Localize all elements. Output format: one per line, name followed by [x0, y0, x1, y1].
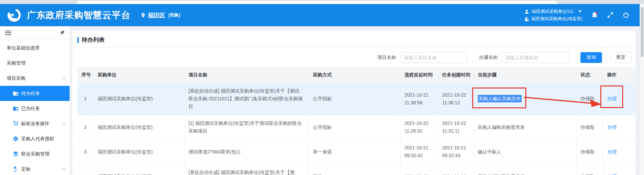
cell-action: 办理: [603, 115, 636, 140]
cell-action: 办理: [603, 140, 636, 164]
cell-org: 福田测试采购单位(传监管): [93, 140, 184, 164]
search-toolbar: 项目名称 步骤名称 查询 重置: [72, 48, 636, 63]
sidebar-item-joint-procurement[interactable]: 联合采购管理: [0, 146, 70, 162]
cell-status: 待领取: [576, 140, 603, 164]
cell-method: 公开招标: [309, 83, 400, 115]
project-name-input[interactable]: [400, 52, 467, 63]
browser-tab-edge: [77, 1, 558, 4]
org-name: 福田测试采购单位(传监管): [531, 16, 582, 22]
fullscreen-button[interactable]: [607, 12, 614, 19]
sidebar-item-award-decision[interactable]: 定标: [0, 162, 70, 175]
cell-org: 福田测试采购单位(传监管): [93, 83, 184, 115]
layers-icon: [13, 151, 18, 157]
location-link[interactable]: 福田区: [148, 11, 165, 19]
cell-create-time: 2021-10-2211:36:12: [438, 83, 473, 115]
sidebar-item-todo-tasks[interactable]: 待办任务: [0, 86, 70, 101]
cell-project: [系统自动生成] 福田测试采购单位(传监管)关于【测试-联合采购-2021102…: [184, 83, 309, 115]
browser-edge-strip: [0, 0, 644, 4]
notification-dot: [596, 12, 598, 14]
handle-link[interactable]: 办理: [607, 96, 617, 101]
org-line: 福田测试采购单位(传监管): [524, 16, 582, 22]
logout-button[interactable]: [623, 12, 630, 19]
power-icon: [623, 12, 629, 18]
bell-icon: [591, 12, 598, 19]
fullscreen-icon: [607, 12, 613, 18]
col-header-project: 项目名称: [184, 67, 309, 83]
query-button[interactable]: 查询: [580, 52, 602, 63]
cell-create-time: 2021-10-2211:31:11: [438, 115, 473, 140]
cell-create-time: 2021-10-2109:32:43: [438, 140, 473, 164]
hamburger-icon[interactable]: [5, 31, 11, 35]
cell-start-time: 2021-10-2109:32:42: [400, 140, 438, 164]
app-title: 广东政府采购智慧云平台: [27, 9, 130, 21]
table-header-row: 序号 采购单位 项目名称 采购方式 流程发起时间 任务创建时间 当前步骤 状态 …: [77, 67, 636, 83]
reset-button[interactable]: 重置: [610, 52, 632, 63]
app-header: GDGPO 广东政府采购智慧云平台 福田区 [切换] 福田测试采购单位111: [0, 4, 640, 26]
selected-step-text: 采购人确认采购文件: [478, 95, 522, 102]
sidebar-item-project-procurement[interactable]: 项目采购: [0, 71, 70, 86]
page-scrollbar: [640, 4, 644, 175]
sidebar-item-procurement-mgmt[interactable]: 采购管理: [0, 56, 70, 71]
cell-start-time: 2021-09-29: [400, 164, 438, 175]
table-row: 1 福田测试采购单位(传监管) [系统自动生成] 福田测试采购单位(传监管)关于…: [77, 83, 636, 115]
cell-project: [系统自动生成] 福田测试采购单位(传监管)关于【测试-20210928】测试多…: [184, 164, 309, 175]
cell-org: 福田测试采购单位(传监管): [93, 115, 184, 140]
step-name-input[interactable]: [502, 52, 569, 63]
cell-start-time: 2021-10-2111:38:58: [400, 83, 438, 115]
col-header-method: 采购方式: [309, 67, 400, 83]
chevron-down-icon: [578, 10, 582, 12]
col-header-org: 采购单位: [93, 67, 184, 83]
sidebar-item-prebid-operations[interactable]: 标前业务操作: [0, 116, 70, 131]
sidebar-item-label: 联合采购管理: [21, 151, 49, 157]
col-header-start-time: 流程发起时间: [400, 67, 438, 83]
table-row: 4 福田测试采购单位(传监管) [系统自动生成] 福田测试采购单位(传监管)关于…: [77, 164, 636, 175]
col-header-seq: 序号: [77, 67, 93, 83]
app-window: GDGPO 广东政府采购智慧云平台 福田区 [切换] 福田测试采购单位111: [0, 0, 644, 175]
pushpin-icon[interactable]: [60, 30, 65, 35]
user-icon: [524, 9, 529, 14]
sidebar-item-label: 采购管理: [7, 60, 26, 66]
sidebar-item-purchaser-rep-auth[interactable]: 采购人代表授权: [0, 131, 70, 146]
sidebar: 单位基础信息库 采购管理 项目采购 待办任务: [0, 26, 70, 175]
cell-current-step: 采购人编制采购需求表: [473, 164, 576, 175]
cell-current-step: 采购人编制采购需求表: [473, 115, 576, 140]
col-header-current-step: 当前步骤: [473, 67, 576, 83]
location-switch-link[interactable]: [切换]: [168, 12, 180, 18]
svg-text:GDGPO: GDGPO: [9, 14, 15, 16]
user-name: 福田测试采购单位111: [532, 8, 573, 14]
cell-seq: 2: [77, 115, 93, 140]
step-name-label: 步骤名称: [479, 55, 498, 61]
col-header-action: 操作: [603, 67, 636, 83]
chevron-down-icon: [62, 121, 66, 125]
location-pin-icon: [141, 12, 146, 18]
cell-status: 待领取: [576, 115, 603, 140]
handle-link[interactable]: 办理: [607, 174, 617, 175]
cell-method: 公开招标: [309, 115, 400, 140]
cart-icon: [13, 121, 18, 127]
done-folder-check-icon: [13, 106, 18, 111]
sidebar-item-unit-base-info[interactable]: 单位基础信息库: [0, 40, 70, 56]
cell-org: 福田测试采购单位(传监管): [93, 164, 184, 175]
table-row: 2 福田测试采购单位(传监管) [1] 福田测试采购单位(传监管)关于测试联合采…: [77, 115, 636, 140]
title-accent-bar: [77, 37, 79, 43]
cell-action: 办理: [603, 164, 636, 175]
scrollbar-thumb[interactable]: [641, 7, 644, 57]
page-title: 待办列表: [82, 36, 105, 44]
cell-status: 待领取: [576, 164, 603, 175]
handle-link[interactable]: 办理: [607, 125, 617, 130]
user-dropdown[interactable]: 福田测试采购单位111: [524, 8, 582, 14]
cell-status: 待领取: [576, 83, 603, 115]
sidebar-item-label: 定标: [21, 166, 31, 172]
handle-link[interactable]: 办理: [607, 149, 617, 154]
cell-current-step: 确认中标人: [473, 140, 576, 164]
building-icon: [524, 16, 529, 22]
cell-seq: 3: [77, 140, 93, 164]
sidebar-item-done-tasks[interactable]: 已办任务: [0, 101, 70, 116]
sidebar-item-label: 采购人代表授权: [21, 136, 54, 142]
cell-start-time: 2021-10-2211:26:32: [400, 115, 438, 140]
cell-method: 询价: [309, 164, 400, 175]
gear-icon: [13, 136, 18, 142]
cell-seq: 1: [77, 83, 93, 115]
sidebar-item-label: 标前业务操作: [21, 121, 49, 127]
notifications-button[interactable]: [591, 12, 598, 19]
